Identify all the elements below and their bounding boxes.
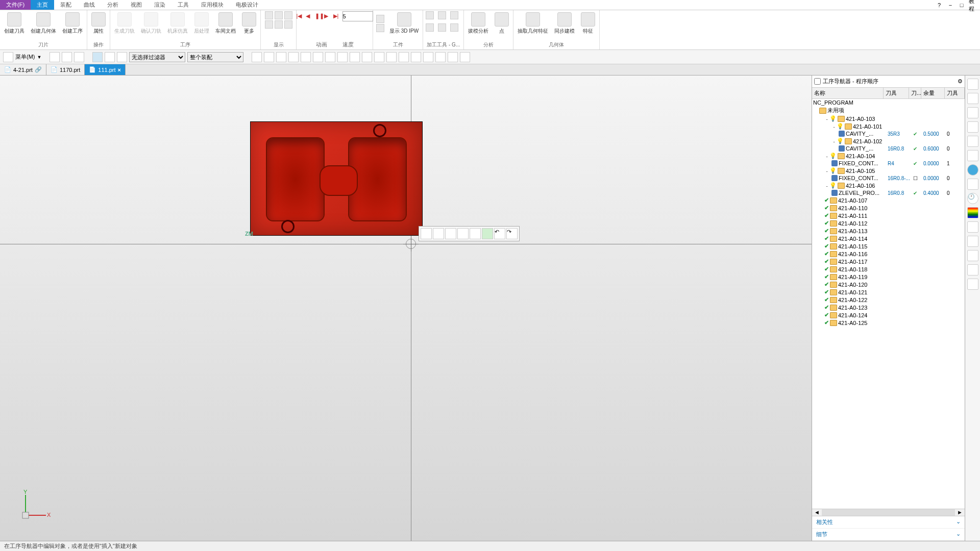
ft-btn-1[interactable] xyxy=(421,228,432,239)
ipw-icon-2[interactable] xyxy=(376,24,384,32)
col-t2[interactable]: 刀... xyxy=(909,88,921,98)
tree-row[interactable]: -💡421-A0-106 xyxy=(812,182,965,189)
extract-geom-button[interactable]: 抽取几何特征 xyxy=(517,11,549,36)
tree-row[interactable]: ✔421-A0-118 xyxy=(812,265,965,273)
tb-m[interactable] xyxy=(399,52,409,62)
tb-d[interactable] xyxy=(288,52,299,62)
expand-icon[interactable]: - xyxy=(824,153,829,159)
tb-g[interactable] xyxy=(325,52,335,62)
simulate-button[interactable]: 机床仿真 xyxy=(166,11,189,36)
tree-row[interactable]: ✔421-A0-107 xyxy=(812,196,965,204)
tree-row[interactable]: FIXED_CONT...R4✔0.00001 xyxy=(812,160,965,167)
tree-row[interactable]: ✔421-A0-115 xyxy=(812,242,965,250)
tb-a[interactable] xyxy=(252,52,262,62)
properties-button[interactable]: 属性 xyxy=(90,11,107,36)
tree-row[interactable]: ✔421-A0-123 xyxy=(812,304,965,311)
tab-electrode[interactable]: 电极设计 xyxy=(230,0,264,10)
gtool-icon-2[interactable] xyxy=(438,11,446,19)
gtool-icon-4[interactable] xyxy=(426,23,434,32)
rt-icon-10[interactable] xyxy=(967,207,978,218)
tree-row[interactable]: ✔421-A0-113 xyxy=(812,227,965,235)
nav-related-section[interactable]: 相关性⌄ xyxy=(812,516,965,529)
tree-row[interactable]: ZLEVEL_PRO...16R0.8✔0.40000 xyxy=(812,189,965,196)
tree-row[interactable]: -💡421-A0-102 xyxy=(812,137,965,145)
display-icon-1[interactable] xyxy=(265,11,273,19)
nav-detail-section[interactable]: 细节⌄ xyxy=(812,529,965,541)
tab-app[interactable]: 应用模块 xyxy=(195,0,230,10)
nav-scrollbar-h[interactable]: ◄► xyxy=(812,509,965,516)
tab-tool[interactable]: 工具 xyxy=(172,0,195,10)
tree-row[interactable]: ✔421-A0-110 xyxy=(812,204,965,212)
tab-analysis[interactable]: 分析 xyxy=(101,0,125,10)
sel-btn-2[interactable] xyxy=(62,52,72,62)
goto-start-icon[interactable]: |◀ xyxy=(297,13,304,20)
doc-tab-1[interactable]: 📄4-21.prt🔗 xyxy=(0,64,46,75)
tree-row[interactable]: ✔421-A0-112 xyxy=(812,219,965,227)
ft-btn-6[interactable] xyxy=(482,228,493,239)
create-operation-button[interactable]: 创建工序 xyxy=(61,11,84,36)
play-icon[interactable]: ▶ xyxy=(324,13,331,20)
display-icon-5[interactable] xyxy=(275,20,283,29)
col-name[interactable]: 名称 xyxy=(812,88,884,98)
rt-icon-8[interactable] xyxy=(967,179,978,190)
tb-p[interactable] xyxy=(435,52,446,62)
tree-row[interactable]: CAVITY_...16R0.8✔0.60000 xyxy=(812,145,965,152)
model-body[interactable] xyxy=(250,121,423,236)
feature-button[interactable]: 特征 xyxy=(580,11,596,36)
ft-undo-icon[interactable]: ↶ xyxy=(494,228,505,239)
ft-btn-4[interactable] xyxy=(457,228,469,239)
settings-icon[interactable]: ⚙ xyxy=(958,78,963,85)
create-tool-button[interactable]: 创建刀具 xyxy=(3,11,26,36)
tab-assembly[interactable]: 装配 xyxy=(54,0,78,10)
rt-icon-12[interactable] xyxy=(967,236,978,247)
shopdoc-button[interactable]: 车间文档 xyxy=(214,11,237,36)
point-button[interactable]: 点 xyxy=(494,11,510,36)
expand-icon[interactable]: - xyxy=(824,168,829,174)
expand-icon[interactable]: - xyxy=(831,123,837,130)
tree-row[interactable]: -💡421-A0-101 xyxy=(812,122,965,130)
tab-home[interactable]: 主页 xyxy=(31,0,54,10)
generate-path-button[interactable]: 生成刀轨 xyxy=(113,11,136,36)
tree-row[interactable]: ✔421-A0-125 xyxy=(812,319,965,327)
tb-o[interactable] xyxy=(423,52,433,62)
expand-icon[interactable]: - xyxy=(831,138,837,144)
sel-btn-3[interactable] xyxy=(74,52,84,62)
nav-tree[interactable]: NC_PROGRAM 未用项 -💡421-A0-103-💡421-A0-101C… xyxy=(812,99,965,509)
tree-row[interactable]: ✔421-A0-120 xyxy=(812,281,965,288)
postprocess-button[interactable]: 后处理 xyxy=(193,11,210,36)
rt-icon-14[interactable] xyxy=(967,264,978,276)
tb-c[interactable] xyxy=(276,52,286,62)
verify-path-button[interactable]: 确认刀轨 xyxy=(140,11,162,36)
tree-row[interactable]: -💡421-A0-105 xyxy=(812,167,965,174)
rt-clock-icon[interactable]: 🕐 xyxy=(967,193,978,204)
expand-icon[interactable]: - xyxy=(824,183,829,189)
tree-row[interactable]: ✔421-A0-111 xyxy=(812,212,965,219)
display-icon-3[interactable] xyxy=(284,11,292,19)
assembly-select[interactable]: 整个装配 xyxy=(187,52,243,62)
gtool-icon-6[interactable] xyxy=(450,23,458,32)
tree-row[interactable]: ✔421-A0-117 xyxy=(812,258,965,265)
help-icon[interactable]: ? xyxy=(935,1,943,9)
tree-row[interactable]: ✔421-A0-122 xyxy=(812,296,965,304)
tb-i[interactable] xyxy=(350,52,360,62)
create-geometry-button[interactable]: 创建几何体 xyxy=(30,11,57,36)
step-fwd-icon[interactable]: ▶| xyxy=(333,13,340,20)
display-icon-4[interactable] xyxy=(265,20,273,29)
tab-curve[interactable]: 曲线 xyxy=(78,0,101,10)
ft-btn-5[interactable] xyxy=(470,228,481,239)
tab-file[interactable]: 文件(F) xyxy=(0,0,31,10)
tb-q[interactable] xyxy=(448,52,458,62)
sel-btn-5[interactable] xyxy=(105,52,115,62)
tree-row[interactable]: FIXED_CONT...16R0.8-...☐0.00000 xyxy=(812,174,965,182)
tree-unused[interactable]: 未用项 xyxy=(812,106,965,115)
maximize-icon[interactable]: □ xyxy=(958,1,966,9)
tb-k[interactable] xyxy=(374,52,384,62)
sel-btn-4[interactable] xyxy=(92,52,103,62)
menu-button[interactable] xyxy=(3,52,13,62)
tb-j[interactable] xyxy=(362,52,372,62)
more-button[interactable]: 更多 xyxy=(241,11,257,36)
tutorial-button[interactable]: 教程 xyxy=(969,1,977,9)
tree-row[interactable]: -💡421-A0-104 xyxy=(812,152,965,160)
ft-btn-3[interactable] xyxy=(445,228,456,239)
doc-tab-3[interactable]: 📄111.prt× xyxy=(85,64,126,75)
